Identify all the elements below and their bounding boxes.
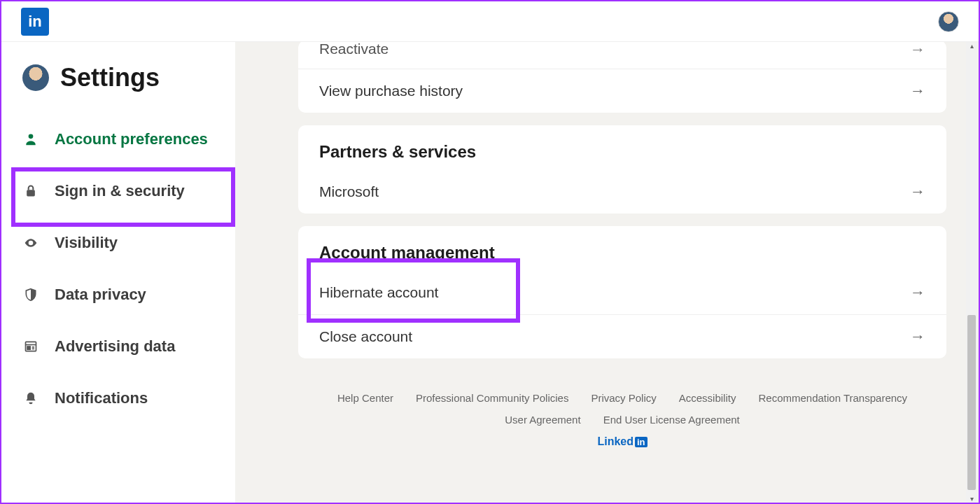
sidebar-item-advertising-data[interactable]: Advertising data xyxy=(1,321,235,372)
row-hibernate-account[interactable]: Hibernate account → xyxy=(298,271,946,314)
person-icon xyxy=(22,132,39,146)
row-reactivate[interactable]: Reactivate → xyxy=(298,42,946,69)
chevron-right-icon: → xyxy=(910,82,925,100)
footer-link-help-center[interactable]: Help Center xyxy=(337,392,393,404)
user-avatar-icon xyxy=(22,64,49,91)
linkedin-logo-icon[interactable]: in xyxy=(21,8,49,36)
newspaper-icon xyxy=(22,340,39,354)
shield-icon xyxy=(22,287,39,302)
footer-links-row2: User Agreement End User License Agreemen… xyxy=(326,414,918,426)
svg-rect-1 xyxy=(27,190,35,196)
top-bar: in xyxy=(1,1,979,42)
section-title-account-management: Account management xyxy=(298,226,946,271)
partners-services-card: Partners & services Microsoft → xyxy=(298,125,946,214)
chevron-right-icon: → xyxy=(910,183,925,201)
chevron-right-icon: → xyxy=(910,42,925,59)
row-label: View purchase history xyxy=(319,83,463,99)
section-title-partners: Partners & services xyxy=(298,125,946,170)
scrollbar[interactable]: ▴ ▾ xyxy=(966,42,977,503)
sidebar-item-sign-in-security[interactable]: Sign in & security xyxy=(1,165,235,217)
lock-icon xyxy=(22,184,39,198)
footer: Help Center Professional Community Polic… xyxy=(298,371,946,455)
settings-title: Settings xyxy=(60,63,160,92)
row-label: Microsoft xyxy=(319,183,379,200)
profile-avatar-icon[interactable] xyxy=(938,11,959,32)
chevron-right-icon: → xyxy=(910,284,925,302)
eye-icon xyxy=(22,236,39,250)
footer-link-privacy-policy[interactable]: Privacy Policy xyxy=(591,392,656,404)
footer-link-eula[interactable]: End User License Agreement xyxy=(603,414,740,426)
sidebar-item-data-privacy[interactable]: Data privacy xyxy=(1,269,235,321)
row-label: Reactivate xyxy=(319,42,388,57)
settings-header: Settings xyxy=(1,63,235,113)
main-content: Reactivate → View purchase history → Par… xyxy=(235,42,979,503)
scroll-down-icon[interactable]: ▾ xyxy=(966,495,977,503)
sidebar-item-label: Sign in & security xyxy=(55,182,185,200)
settings-sidebar: Settings Account preferences Sign in & s… xyxy=(1,42,235,503)
sidebar-item-account-preferences[interactable]: Account preferences xyxy=(1,113,235,165)
row-label: Hibernate account xyxy=(319,284,438,301)
sidebar-item-label: Data privacy xyxy=(55,286,146,304)
footer-link-recommendation-transparency[interactable]: Recommendation Transparency xyxy=(758,392,907,404)
sidebar-item-label: Account preferences xyxy=(55,130,208,148)
sidebar-item-label: Visibility xyxy=(55,234,118,252)
subscriptions-card: Reactivate → View purchase history → xyxy=(298,42,946,113)
bell-icon xyxy=(22,391,39,406)
footer-link-community-policies[interactable]: Professional Community Policies xyxy=(416,392,568,404)
sidebar-item-notifications[interactable]: Notifications xyxy=(1,372,235,424)
footer-link-accessibility[interactable]: Accessibility xyxy=(679,392,736,404)
row-label: Close account xyxy=(319,328,412,345)
row-microsoft[interactable]: Microsoft → xyxy=(298,170,946,214)
sidebar-item-label: Advertising data xyxy=(55,337,175,356)
scroll-up-icon[interactable]: ▴ xyxy=(966,42,977,50)
scroll-thumb[interactable] xyxy=(967,315,976,490)
row-close-account[interactable]: Close account → xyxy=(298,314,946,358)
account-management-card: Account management Hibernate account → C… xyxy=(298,226,946,358)
footer-links-row1: Help Center Professional Community Polic… xyxy=(326,392,918,404)
footer-link-user-agreement[interactable]: User Agreement xyxy=(505,414,580,426)
sidebar-item-visibility[interactable]: Visibility xyxy=(1,217,235,269)
sidebar-item-label: Notifications xyxy=(55,389,148,407)
svg-rect-4 xyxy=(27,346,30,349)
linkedin-footer-logo-icon: Linkedin xyxy=(597,435,647,448)
svg-point-0 xyxy=(29,134,34,139)
chevron-right-icon: → xyxy=(910,328,925,346)
row-view-purchase-history[interactable]: View purchase history → xyxy=(298,69,946,113)
